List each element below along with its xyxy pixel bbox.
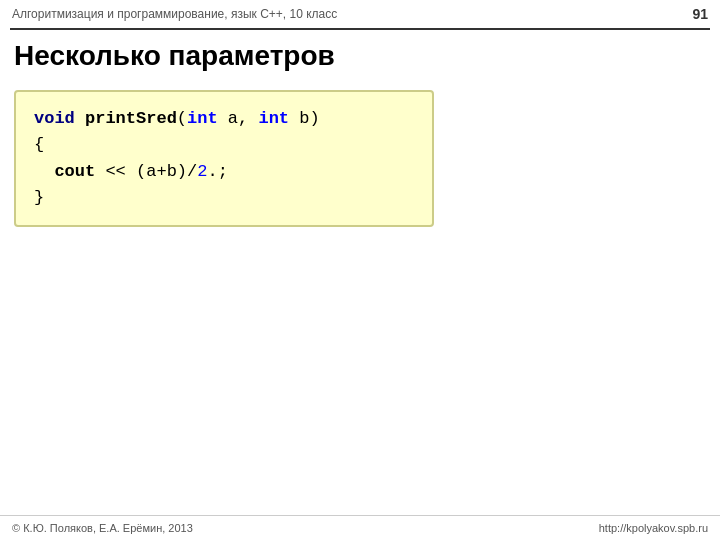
- code-line-4: }: [34, 185, 414, 211]
- param-a: a,: [218, 109, 259, 128]
- code-line-1: void printSred(int a, int b): [34, 106, 414, 132]
- footer-bar: © К.Ю. Поляков, Е.А. Ерёмин, 2013 http:/…: [0, 515, 720, 540]
- open-paren: (: [177, 109, 187, 128]
- page-number: 91: [692, 6, 708, 22]
- code-operators: << (a+b)/: [95, 162, 197, 181]
- code-line-3: cout << (a+b)/2.;: [34, 159, 414, 185]
- keyword-void: void: [34, 109, 75, 128]
- footer-left: © К.Ю. Поляков, Е.А. Ерёмин, 2013: [12, 522, 193, 534]
- code-block: void printSred(int a, int b) { cout << (…: [14, 90, 434, 227]
- keyword-int-2: int: [258, 109, 289, 128]
- keyword-int-1: int: [187, 109, 218, 128]
- header-title: Алгоритмизация и программирование, язык …: [12, 7, 337, 21]
- code-semi: .;: [207, 162, 227, 181]
- footer-right: http://kpolyakov.spb.ru: [599, 522, 708, 534]
- number-2: 2: [197, 162, 207, 181]
- fn-name: printSred: [75, 109, 177, 128]
- param-b: b): [289, 109, 320, 128]
- page-title: Несколько параметров: [0, 30, 720, 84]
- code-line-2: {: [34, 132, 414, 158]
- keyword-cout: cout: [34, 162, 95, 181]
- header-bar: Алгоритмизация и программирование, язык …: [0, 0, 720, 28]
